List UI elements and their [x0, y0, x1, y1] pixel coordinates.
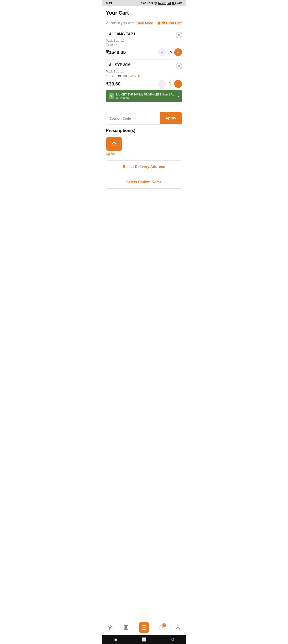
item-1-quantity: 15	[168, 50, 172, 54]
upload-container: Upload	[106, 137, 182, 156]
network-speed: 3.00 KB/S	[141, 2, 153, 5]
cheaper-banner-content: % LIV CET SYP 30ML is 57.03% LESS then 1…	[109, 93, 178, 100]
time-display: 8:49	[106, 2, 112, 5]
battery-icon	[172, 2, 176, 5]
status-icons: 3.00 KB/S Vo LTE 46%	[141, 2, 182, 5]
status-bar: 8:49 3.00 KB/S Vo LTE	[102, 0, 186, 6]
select-delivery-address-button[interactable]: Select Delivery Address	[106, 160, 182, 173]
select-patient-name-button[interactable]: Select Patient Name	[106, 176, 182, 189]
coupon-input[interactable]	[106, 112, 160, 124]
item-2-discounted-price: ₹30.60	[117, 74, 127, 78]
item-2-total-price: ₹30.60	[106, 81, 120, 87]
volte-icon: Vo LTE	[158, 2, 166, 5]
svg-rect-0	[167, 4, 168, 5]
cart-item-1: 1 AL 10MG TAB1 ✕ Pack Size: 10 ₹109.87 ₹…	[106, 28, 182, 60]
svg-rect-5	[172, 2, 174, 4]
cart-summary-row: 2 Items in your cart + Add More 🗑 Clear …	[106, 21, 182, 25]
item-1-quantity-control: − 15 +	[158, 48, 182, 56]
item-2-pack-size: Pack Size: 1	[106, 70, 182, 73]
cart-actions: + Add More 🗑 Clear Cart	[135, 21, 182, 25]
clear-cart-button[interactable]: 🗑 Clear Cart	[157, 21, 182, 25]
page-content: Your Cart 2 Items in your cart + Add Mor…	[102, 6, 186, 189]
remove-item-1-button[interactable]: ✕	[176, 32, 182, 38]
item-1-unit-price: ₹109.87	[106, 43, 182, 46]
coupon-section: Apply	[106, 112, 182, 124]
item-2-original-price: ₹38.25	[106, 74, 116, 78]
add-more-button[interactable]: + Add More	[135, 21, 153, 25]
item-2-pricing: ₹38.25 ₹30.60 (20% Off)	[106, 74, 182, 78]
apply-coupon-button[interactable]: Apply	[160, 112, 182, 124]
item-1-increase-button[interactable]: +	[174, 48, 182, 56]
signal-icon	[167, 2, 171, 5]
item-1-decrease-button[interactable]: −	[158, 48, 166, 56]
cheaper-alternative-banner[interactable]: % LIV CET SYP 30ML is 57.03% LESS then 1…	[106, 90, 182, 102]
item-1-total-price: ₹1648.05	[106, 50, 126, 55]
trash-icon	[158, 21, 161, 25]
item-1-pack-size: Pack Size: 10	[106, 39, 182, 42]
upload-label: Upload	[106, 152, 116, 156]
cheaper-arrow-icon: ›	[178, 94, 179, 98]
svg-rect-2	[169, 2, 170, 5]
upload-icon	[110, 140, 118, 147]
coupon-row: Apply	[106, 112, 182, 124]
item-2-decrease-button[interactable]: −	[158, 80, 166, 88]
cart-count: 2 Items in your cart	[106, 21, 134, 25]
remove-item-2-button[interactable]: ✕	[176, 63, 182, 69]
page-title: Your Cart	[106, 10, 182, 16]
svg-rect-3	[170, 2, 171, 5]
upload-button[interactable]	[106, 137, 122, 151]
clear-cart-label: 🗑 Clear Cart	[162, 21, 182, 25]
battery-percent: 46%	[177, 2, 182, 5]
network-type	[154, 2, 158, 5]
svg-rect-1	[168, 3, 169, 5]
item-2-discount-text: (20% Off)	[129, 74, 142, 78]
item-2-quantity: 1	[168, 82, 172, 86]
cheaper-text: LIV CET SYP 30ML is 57.03% LESS then 1 A…	[116, 93, 178, 100]
cart-item-2: 1 AL SYP 30ML ✕ Pack Size: 1 ₹38.25 ₹30.…	[106, 60, 182, 109]
item-2-quantity-control: − 1 +	[158, 80, 182, 88]
prescriptions-title: Prescription(s)	[106, 128, 182, 133]
prescriptions-section: Prescription(s) Upload	[106, 128, 182, 156]
item-2-increase-button[interactable]: +	[174, 80, 182, 88]
discount-percent-icon: %	[109, 93, 114, 99]
item-2-name: 1 AL SYP 30ML	[106, 63, 132, 67]
item-1-name: 1 AL 10MG TAB1	[106, 32, 136, 36]
